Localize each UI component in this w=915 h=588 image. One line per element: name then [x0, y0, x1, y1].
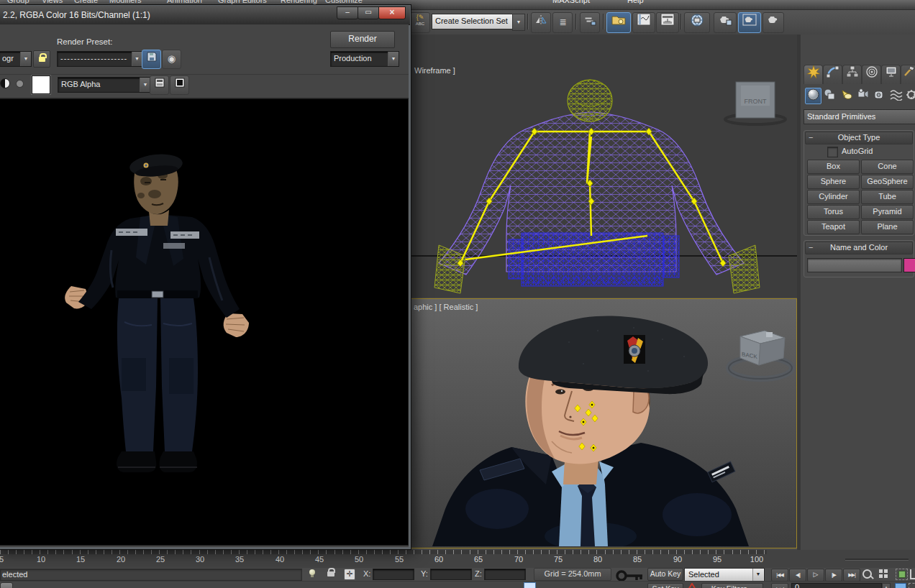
rendered-frame-window-icon[interactable] — [738, 12, 761, 33]
background-color-swatch[interactable] — [32, 75, 50, 94]
tab-motion[interactable] — [862, 65, 881, 84]
viewport-lock-icon[interactable] — [33, 50, 50, 68]
zoom-icon[interactable] — [862, 569, 872, 579]
selection-filter-dropdown[interactable]: Selected ▼ — [684, 568, 765, 582]
subtab-shapes[interactable] — [821, 88, 838, 104]
channel-display-dropdown[interactable]: RGB Alpha▼ — [58, 77, 151, 93]
selection-lock-icon[interactable] — [327, 568, 334, 576]
x-coordinate-field[interactable] — [373, 569, 414, 580]
tab-display[interactable] — [881, 65, 901, 84]
button-plane[interactable]: Plane — [861, 220, 914, 234]
selection-set-arrow[interactable]: ▼ — [512, 14, 525, 31]
render-button[interactable]: Render — [330, 31, 395, 48]
render-window-titlebar[interactable]: 2.2, RGBA Color 16 Bits/Channel (1:1) – … — [0, 6, 410, 25]
rendered-frame-window[interactable]: 2.2, RGBA Color 16 Bits/Channel (1:1) – … — [0, 4, 411, 550]
button-sphere[interactable]: Sphere — [807, 175, 860, 189]
render-setup-icon[interactable] — [714, 12, 737, 33]
subtab-space-warps[interactable] — [888, 88, 904, 104]
go-to-end-button[interactable]: ▶▶| — [843, 569, 860, 582]
toolbar-separator — [603, 14, 604, 29]
save-image-icon[interactable] — [142, 50, 161, 69]
selection-set-dropdown[interactable]: Create Selection Set — [432, 14, 518, 29]
tab-hierarchy[interactable] — [842, 65, 862, 84]
maximize-button[interactable]: ▭ — [358, 6, 379, 19]
chevron-down-icon: ▼ — [140, 78, 150, 92]
pan-icon[interactable] — [879, 569, 888, 578]
tick-label: 45 — [309, 555, 329, 564]
menu-maxscript[interactable]: MAXScript — [552, 0, 590, 4]
y-coordinate-field[interactable] — [430, 569, 472, 580]
button-box[interactable]: Box — [807, 160, 860, 174]
clone-rendered-frame-icon[interactable] — [150, 75, 169, 95]
command-panel: Standard Primitives − Object Type AutoGr… — [801, 35, 915, 550]
render-preset-dropdown[interactable]: --------------------▼ — [57, 51, 143, 67]
render-production-icon[interactable] — [762, 12, 784, 33]
minimize-button[interactable]: – — [337, 6, 358, 19]
maximize-viewport-icon[interactable] — [910, 569, 915, 579]
button-pyramid[interactable]: Pyramid — [861, 205, 914, 219]
subtab-geometry[interactable] — [805, 88, 821, 104]
transform-type-in-icon[interactable]: ✛ — [344, 569, 355, 580]
z-label: Z: — [475, 569, 482, 578]
category-dropdown[interactable]: Standard Primitives — [804, 109, 915, 124]
play-button[interactable]: ▷ — [807, 569, 824, 582]
auto-key-button[interactable]: Auto Key — [647, 568, 683, 581]
zoom-extents-icon[interactable] — [896, 569, 908, 580]
time-slider-handle[interactable] — [0, 582, 13, 588]
menu-help[interactable]: Help — [627, 0, 644, 4]
tab-utilities[interactable] — [901, 65, 915, 84]
viewcube-front[interactable]: FRONT — [719, 78, 791, 128]
z-coordinate-field[interactable] — [484, 569, 526, 580]
viewcube-back[interactable]: BACK — [724, 321, 796, 385]
schematic-view-icon[interactable] — [656, 12, 679, 33]
tab-modify[interactable] — [823, 65, 842, 84]
tick-label: 70 — [509, 555, 529, 564]
subtab-lights[interactable] — [838, 88, 855, 104]
key-filters-button[interactable]: Key Filters... — [701, 583, 763, 588]
render-mode-dropdown[interactable]: Production▼ — [330, 51, 399, 67]
previous-frame-button[interactable]: ◀|| — [789, 569, 806, 582]
button-tube[interactable]: Tube — [861, 190, 914, 204]
object-name-field[interactable] — [807, 258, 902, 272]
timeline-ruler[interactable]: 5 10 15 20 25 30 35 40 45 50 55 60 65 70… — [0, 550, 915, 568]
button-teapot[interactable]: Teapot — [807, 220, 860, 234]
name-color-header[interactable]: − Name and Color — [805, 242, 913, 254]
align-icon[interactable]: ≣ — [552, 12, 573, 33]
viewport-front-wireframe[interactable]: Wireframe ] — [410, 35, 797, 298]
layer-manager-icon[interactable] — [580, 12, 600, 33]
named-selection-sets-icon[interactable]: {✎ ABC — [410, 12, 430, 33]
go-to-start-button-2[interactable]: |◀◀| — [771, 583, 788, 588]
material-editor-icon[interactable] — [684, 12, 710, 33]
channel-dot-icon[interactable] — [16, 80, 24, 88]
mirror-icon[interactable] — [531, 12, 551, 33]
next-frame-button[interactable]: ||▶ — [825, 569, 842, 582]
go-to-start-button[interactable]: |◀◀ — [771, 569, 788, 582]
tab-create[interactable] — [804, 65, 823, 84]
clone-window-icon[interactable]: ◉ — [162, 50, 181, 69]
viewport-layout-icon[interactable] — [895, 583, 906, 588]
button-geosphere[interactable]: GeoSphere — [861, 175, 914, 189]
graphite-ribbon-icon[interactable] — [606, 12, 631, 33]
autogrid-checkbox[interactable] — [827, 147, 838, 157]
subtab-helpers[interactable] — [871, 88, 888, 104]
curve-editor-icon[interactable] — [632, 12, 655, 33]
button-cylinder[interactable]: Cylinder — [807, 190, 860, 204]
viewport-select-dropdown[interactable]: ogr▼ — [0, 51, 32, 67]
display-alpha-icon[interactable] — [170, 75, 189, 95]
isolate-selection-icon[interactable] — [309, 569, 315, 575]
rendered-image-canvas[interactable] — [0, 98, 409, 546]
set-key-button[interactable]: Set Key — [647, 583, 683, 588]
object-color-swatch[interactable] — [903, 258, 915, 272]
subtab-systems[interactable] — [904, 88, 915, 104]
frame-spinner[interactable]: ▲ — [882, 583, 891, 588]
selection-region-icon[interactable] — [909, 583, 915, 588]
close-button[interactable]: × — [378, 6, 406, 19]
button-torus[interactable]: Torus — [807, 205, 860, 219]
subtab-cameras[interactable] — [855, 88, 871, 104]
current-frame-field[interactable]: 0 — [791, 583, 882, 588]
button-cone[interactable]: Cone — [861, 160, 914, 174]
monochrome-toggle-icon[interactable] — [0, 78, 10, 88]
object-type-header[interactable]: − Object Type — [805, 132, 913, 144]
viewport-orthographic-realistic[interactable]: aphic ] [ Realistic ] — [410, 298, 797, 548]
maxscript-mini-listener-icon[interactable] — [524, 582, 536, 588]
